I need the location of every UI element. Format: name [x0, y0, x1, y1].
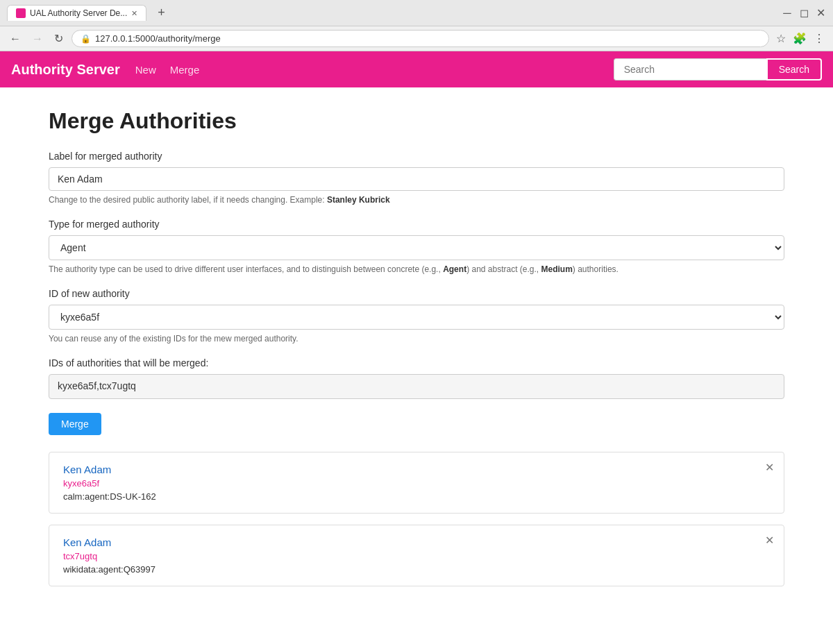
- authority-card-id-1: kyxe6a5f: [63, 478, 770, 489]
- address-bar[interactable]: 🔒 127.0.0.1:5000/authority/merge: [71, 30, 769, 47]
- tab-favicon: [16, 8, 26, 18]
- url-text: 127.0.0.1:5000/authority/merge: [95, 33, 760, 44]
- id-hint: You can reuse any of the existing IDs fo…: [49, 334, 784, 344]
- authority-card-close-2[interactable]: ✕: [765, 534, 774, 547]
- close-window-button[interactable]: ✕: [815, 8, 826, 19]
- extensions-icon[interactable]: 🧩: [791, 31, 808, 46]
- search-input[interactable]: [614, 58, 766, 80]
- restore-button[interactable]: ◻: [798, 8, 809, 19]
- id-select[interactable]: kyxe6a5f tcx7ugtq: [49, 305, 784, 330]
- bookmark-icon[interactable]: ☆: [775, 31, 787, 46]
- type-label: Type for merged authority: [49, 219, 784, 230]
- back-button[interactable]: ←: [7, 31, 24, 46]
- type-hint: The authority type can be used to drive …: [49, 264, 784, 274]
- hint-pre-text: Change to the desired public authority l…: [49, 195, 327, 205]
- menu-icon[interactable]: ⋮: [812, 31, 826, 46]
- label-hint: Change to the desired public authority l…: [49, 195, 784, 205]
- id-section: ID of new authority kyxe6a5f tcx7ugtq Yo…: [49, 288, 784, 344]
- new-tab-button[interactable]: +: [152, 4, 171, 22]
- merge-button[interactable]: Merge: [49, 413, 101, 435]
- page-title: Merge Authorities: [49, 108, 784, 134]
- navbar-search: Search: [614, 58, 822, 80]
- minimize-button[interactable]: ─: [782, 8, 793, 19]
- merged-ids-display: kyxe6a5f,tcx7ugtq: [49, 374, 784, 399]
- id-label: ID of new authority: [49, 288, 784, 299]
- authority-card-close-1[interactable]: ✕: [765, 461, 774, 474]
- app-navbar: Authority Server New Merge Search: [0, 51, 833, 87]
- tab-title: UAL Authority Server De...: [30, 8, 127, 18]
- browser-chrome: UAL Authority Server De... ✕ + ─ ◻ ✕ ← →…: [0, 0, 833, 51]
- nav-links: New Merge: [134, 61, 201, 78]
- browser-titlebar: UAL Authority Server De... ✕ + ─ ◻ ✕: [0, 0, 833, 26]
- authority-card-uri-2: wikidata:agent:Q63997: [63, 564, 770, 575]
- nav-link-merge[interactable]: Merge: [169, 61, 201, 78]
- tab-close-btn[interactable]: ✕: [131, 9, 137, 18]
- nav-link-new[interactable]: New: [134, 61, 158, 78]
- merged-ids-label: IDs of authorities that will be merged:: [49, 357, 784, 368]
- search-button[interactable]: Search: [766, 58, 822, 80]
- label-input[interactable]: [49, 167, 784, 191]
- authority-card-name-1[interactable]: Ken Adam: [63, 464, 111, 475]
- label-for-merged-authority-label: Label for merged authority: [49, 151, 784, 162]
- authority-card-2: Ken Adam tcx7ugtq wikidata:agent:Q63997 …: [49, 525, 784, 586]
- authority-card: Ken Adam kyxe6a5f calm:agent:DS-UK-162 ✕: [49, 452, 784, 514]
- refresh-button[interactable]: ↻: [51, 31, 66, 46]
- type-select[interactable]: Agent Person Organization Place Concept …: [49, 235, 784, 260]
- hint-example: Stanley Kubrick: [327, 195, 390, 205]
- lock-icon: 🔒: [81, 34, 91, 44]
- browser-tab[interactable]: UAL Authority Server De... ✕: [7, 5, 146, 21]
- browser-addressbar: ← → ↻ 🔒 127.0.0.1:5000/authority/merge ☆…: [0, 26, 833, 51]
- app-brand: Authority Server: [11, 62, 120, 78]
- authority-cards-container: Ken Adam kyxe6a5f calm:agent:DS-UK-162 ✕…: [49, 452, 784, 586]
- authority-card-id-2: tcx7ugtq: [63, 551, 770, 561]
- label-section: Label for merged authority Change to the…: [49, 151, 784, 205]
- main-content: Merge Authorities Label for merged autho…: [35, 87, 798, 618]
- authority-card-name-2[interactable]: Ken Adam: [63, 536, 111, 548]
- forward-button[interactable]: →: [29, 31, 46, 46]
- authority-card-uri-1: calm:agent:DS-UK-162: [63, 491, 770, 502]
- browser-actions: ☆ 🧩 ⋮: [775, 31, 826, 46]
- window-controls: ─ ◻ ✕: [782, 8, 826, 19]
- type-section: Type for merged authority Agent Person O…: [49, 219, 784, 274]
- merged-ids-section: IDs of authorities that will be merged: …: [49, 357, 784, 399]
